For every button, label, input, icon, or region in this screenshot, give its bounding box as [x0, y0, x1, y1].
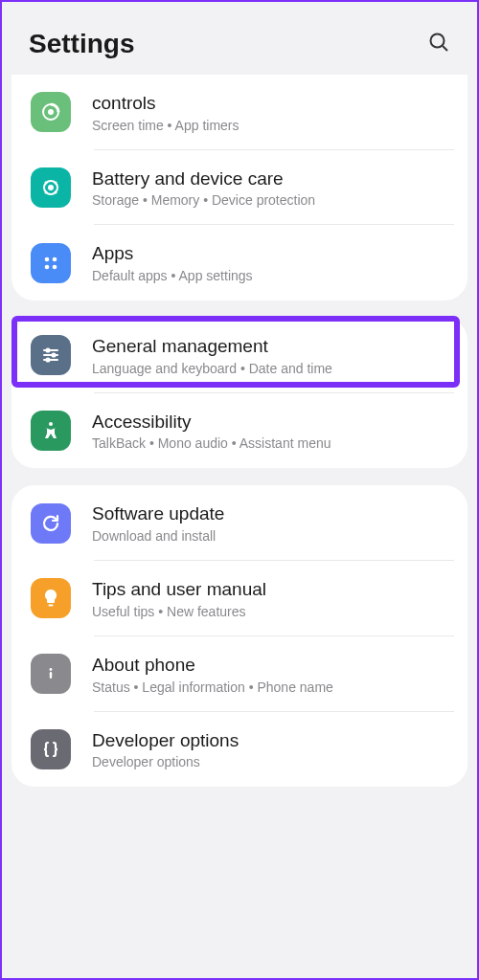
- svg-rect-17: [49, 605, 54, 607]
- item-text: Tips and user manual Useful tips • New f…: [92, 578, 448, 619]
- page-title: Settings: [29, 29, 134, 59]
- item-title: Accessibility: [92, 411, 448, 434]
- settings-section: Software update Download and install Tip…: [11, 485, 468, 787]
- apps-icon: [31, 243, 71, 283]
- settings-item-tips[interactable]: Tips and user manual Useful tips • New f…: [11, 561, 468, 636]
- svg-point-15: [46, 359, 49, 362]
- item-title: Tips and user manual: [92, 578, 448, 602]
- item-subtitle: Storage • Memory • Device protection: [92, 192, 448, 208]
- svg-rect-20: [50, 672, 52, 679]
- battery-icon: [31, 167, 71, 208]
- item-text: Developer options Developer options: [92, 729, 448, 770]
- item-subtitle: Status • Legal information • Phone name: [92, 679, 448, 695]
- item-title: Battery and device care: [92, 167, 448, 191]
- item-title: Developer options: [92, 729, 448, 753]
- update-icon: [31, 503, 71, 544]
- item-title: Apps: [92, 242, 448, 266]
- settings-item-software-update[interactable]: Software update Download and install: [11, 485, 468, 561]
- item-subtitle: Developer options: [92, 754, 448, 769]
- settings-item-controls[interactable]: controls Screen time • App timers: [11, 75, 468, 150]
- svg-point-13: [52, 354, 55, 357]
- item-text: Apps Default apps • App settings: [92, 242, 448, 283]
- info-icon: [31, 654, 71, 694]
- header: Settings: [2, 2, 477, 75]
- svg-point-5: [48, 185, 54, 190]
- settings-section: controls Screen time • App timers Batter…: [11, 75, 468, 301]
- svg-line-1: [443, 46, 447, 51]
- svg-point-11: [46, 349, 49, 352]
- svg-point-8: [45, 264, 50, 269]
- item-text: Software update Download and install: [92, 502, 448, 544]
- settings-item-general-management[interactable]: General management Language and keyboard…: [11, 318, 468, 393]
- item-subtitle: Language and keyboard • Date and time: [92, 361, 448, 376]
- settings-item-developer-options[interactable]: Developer options Developer options: [11, 712, 468, 788]
- item-text: controls Screen time • App timers: [92, 92, 448, 133]
- settings-section: General management Language and keyboard…: [11, 318, 468, 468]
- sliders-icon: [31, 335, 71, 375]
- item-text: About phone Status • Legal information •…: [92, 654, 448, 695]
- svg-point-9: [53, 264, 57, 269]
- settings-item-about-phone[interactable]: About phone Status • Legal information •…: [11, 636, 468, 712]
- item-subtitle: Download and install: [92, 528, 448, 544]
- item-title: About phone: [92, 654, 448, 678]
- svg-point-16: [49, 422, 53, 426]
- settings-item-accessibility[interactable]: Accessibility TalkBack • Mono audio • As…: [11, 393, 468, 469]
- search-icon[interactable]: [427, 31, 450, 57]
- item-text: Battery and device care Storage • Memory…: [92, 167, 448, 209]
- item-subtitle: Default apps • App settings: [92, 268, 448, 283]
- item-subtitle: Screen time • App timers: [92, 118, 448, 133]
- settings-item-battery[interactable]: Battery and device care Storage • Memory…: [11, 150, 468, 226]
- braces-icon: [31, 729, 71, 769]
- svg-point-19: [50, 668, 53, 671]
- item-title: Software update: [92, 502, 448, 526]
- accessibility-icon: [31, 411, 71, 451]
- item-title: General management: [92, 335, 448, 359]
- settings-item-apps[interactable]: Apps Default apps • App settings: [11, 225, 468, 301]
- item-text: Accessibility TalkBack • Mono audio • As…: [92, 411, 448, 452]
- svg-point-3: [48, 109, 54, 115]
- svg-point-7: [53, 256, 57, 261]
- item-text: General management Language and keyboard…: [92, 335, 448, 376]
- item-subtitle: Useful tips • New features: [92, 604, 448, 619]
- item-title: controls: [92, 92, 448, 116]
- svg-point-0: [431, 34, 445, 48]
- item-subtitle: TalkBack • Mono audio • Assistant menu: [92, 435, 448, 451]
- controls-icon: [31, 92, 71, 132]
- svg-point-6: [45, 256, 50, 261]
- lightbulb-icon: [31, 578, 71, 618]
